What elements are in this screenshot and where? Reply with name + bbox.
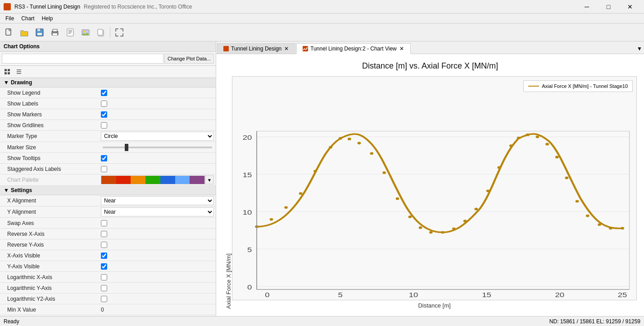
search-input[interactable]: [2, 54, 163, 64]
swap-axes-label: Swap Axes: [0, 219, 99, 228]
show-labels-checkbox[interactable]: [101, 101, 107, 107]
menu-file[interactable]: File: [2, 14, 18, 23]
toolbar-separator: [110, 27, 110, 38]
svg-point-69: [576, 200, 579, 202]
reverse-x-checkbox[interactable]: [101, 231, 107, 237]
chart-svg: 0 5 10 15 20 0 5 10 15 20 25: [232, 77, 636, 300]
show-legend-checkbox[interactable]: [101, 90, 107, 96]
svg-rect-15: [5, 69, 7, 71]
tab-chart-view[interactable]: Tunnel Lining Design:2 - Chart View ✕: [296, 43, 410, 54]
svg-point-60: [486, 189, 490, 192]
minimize-button[interactable]: ─: [576, 0, 597, 14]
tab-design[interactable]: Tunnel Lining Design ✕: [217, 43, 295, 54]
menu-chart[interactable]: Chart: [18, 14, 38, 23]
palette-swatch-2: [116, 176, 131, 184]
close-button[interactable]: ✕: [620, 0, 640, 14]
log-x-checkbox[interactable]: [101, 274, 107, 280]
svg-rect-17: [5, 72, 7, 74]
reverse-y-checkbox[interactable]: [101, 242, 107, 248]
log-y2-label: Logarithmic Y2-Axis: [0, 294, 99, 303]
section-settings[interactable]: ▼ Settings: [0, 186, 216, 195]
marker-size-slider[interactable]: [103, 147, 212, 148]
swap-axes-value: [99, 219, 216, 227]
palette-preview[interactable]: [101, 175, 205, 184]
fit-button[interactable]: [112, 25, 127, 40]
copy-button[interactable]: [94, 25, 108, 40]
log-y-checkbox[interactable]: [101, 285, 107, 291]
log-y-value: [99, 284, 216, 292]
open-button[interactable]: [17, 25, 32, 40]
option-show-gridlines: Show Gridlines: [0, 120, 216, 131]
show-gridlines-checkbox[interactable]: [101, 122, 107, 129]
tab-chart-close[interactable]: ✕: [399, 46, 405, 52]
change-plot-button[interactable]: Change Plot Data...: [164, 54, 214, 64]
min-x-value: 0: [99, 306, 216, 314]
print-button[interactable]: [48, 25, 62, 40]
palette-swatch-5: [160, 176, 175, 184]
y-alignment-select[interactable]: Near Center Far: [101, 207, 214, 216]
palette-swatch-7: [190, 176, 204, 184]
option-y-alignment: Y Alignment Near Center Far: [0, 207, 216, 218]
option-min-x: Min X Value 0: [0, 304, 216, 315]
chart-plot-area: Axial Force X [MN/m] - Tunnel Stage10 0 …: [232, 76, 637, 300]
svg-text:5: 5: [338, 292, 343, 298]
settings-collapse-icon: ▼: [4, 187, 9, 193]
palette-dropdown-btn[interactable]: ▼: [205, 175, 214, 184]
chart-palette-value: ▼: [99, 174, 216, 185]
svg-rect-16: [8, 69, 10, 71]
status-ready: Ready: [4, 318, 19, 325]
title-bar-left: RS3 - Tunnel Lining Design Registered to…: [4, 3, 192, 10]
x-alignment-select[interactable]: Near Center Far: [101, 196, 214, 205]
tab-dropdown-btn[interactable]: ▼: [635, 43, 644, 54]
reverse-y-label: Reverse Y-Axis: [0, 240, 99, 249]
reverse-x-label: Reverse X-Axis: [0, 230, 99, 239]
option-staggered-labels: Staggered Axis Labels: [0, 164, 216, 174]
show-tooltips-value: [99, 154, 216, 162]
panel-toolbar: [0, 66, 216, 78]
svg-text:25: 25: [618, 292, 627, 298]
y-axis-visible-checkbox[interactable]: [101, 263, 107, 270]
chart-inner: Axial Force X [MN/m] - Tunnel Stage10 0 …: [232, 76, 637, 309]
show-markers-checkbox[interactable]: [101, 111, 107, 118]
window-controls: ─ □ ✕: [576, 0, 640, 14]
report-button[interactable]: [63, 25, 77, 40]
staggered-labels-label: Staggered Axis Labels: [0, 165, 99, 174]
main-layout: Chart Options Change Plot Data... ▼ Draw…: [0, 41, 644, 316]
show-gridlines-value: [99, 121, 216, 129]
svg-rect-7: [67, 29, 73, 36]
option-x-alignment: X Alignment Near Center Far: [0, 195, 216, 207]
image-button[interactable]: [78, 25, 93, 40]
option-marker-type: Marker Type Circle Square Triangle Diamo…: [0, 131, 216, 142]
staggered-labels-checkbox[interactable]: [101, 166, 107, 172]
tab-design-close[interactable]: ✕: [283, 46, 290, 52]
panel-list-view-button[interactable]: [14, 67, 24, 77]
svg-point-50: [370, 152, 373, 155]
x-axis-visible-value: [99, 252, 216, 260]
show-gridlines-label: Show Gridlines: [0, 121, 99, 130]
svg-rect-14: [98, 29, 103, 35]
maximize-button[interactable]: □: [598, 0, 619, 14]
swap-axes-checkbox[interactable]: [101, 220, 107, 226]
show-tooltips-checkbox[interactable]: [101, 155, 107, 161]
marker-size-thumb[interactable]: [125, 144, 128, 151]
reverse-y-value: [99, 241, 216, 249]
marker-type-select[interactable]: Circle Square Triangle Diamond: [101, 132, 214, 141]
log-y2-checkbox[interactable]: [101, 296, 107, 302]
chart-palette-label: Chart Palette: [0, 175, 99, 184]
x-axis-visible-checkbox[interactable]: [101, 253, 107, 259]
menu-help[interactable]: Help: [38, 14, 57, 23]
right-panel: Tunnel Lining Design ✕ Tunnel Lining Des…: [216, 41, 644, 316]
section-drawing[interactable]: ▼ Drawing: [0, 78, 216, 87]
reverse-x-value: [99, 230, 216, 238]
min-x-text: 0: [101, 307, 104, 313]
new-button[interactable]: [2, 25, 16, 40]
svg-point-71: [598, 223, 601, 226]
log-x-value: [99, 273, 216, 281]
save-button[interactable]: [32, 25, 47, 40]
svg-point-63: [517, 137, 521, 139]
svg-text:10: 10: [409, 292, 418, 298]
panel-title: Chart Options: [0, 41, 216, 52]
option-chart-palette: Chart Palette ▼: [0, 174, 216, 186]
panel-grid-view-button[interactable]: [2, 67, 13, 77]
x-axis-label: Distance [m]: [232, 302, 637, 309]
